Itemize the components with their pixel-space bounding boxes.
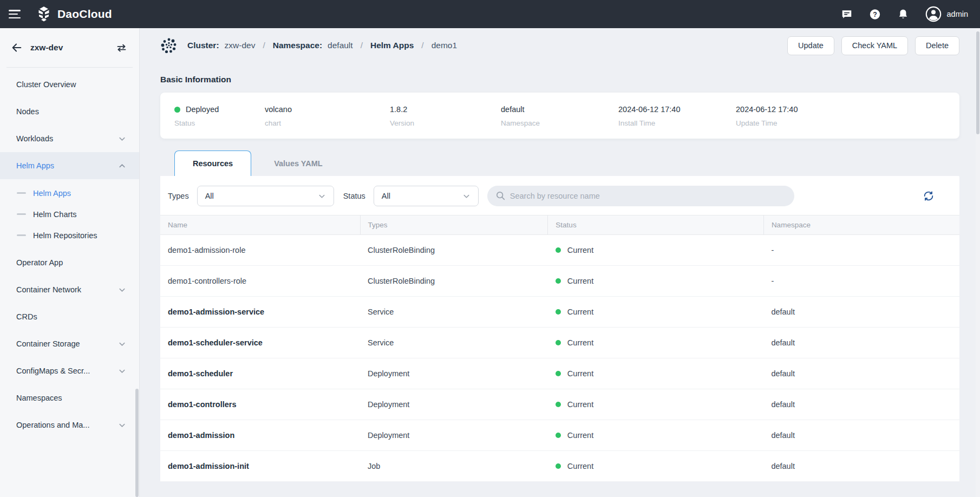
check-yaml-button[interactable]: Check YAML bbox=[841, 36, 908, 55]
status-dot bbox=[556, 402, 561, 407]
delete-button[interactable]: Delete bbox=[915, 36, 959, 55]
basic-info-title: Basic Information bbox=[160, 75, 959, 84]
status-value: Deployed bbox=[186, 105, 219, 114]
status-dot bbox=[556, 247, 561, 253]
breadcrumb-cluster-label: Cluster: bbox=[187, 41, 219, 50]
status-dot bbox=[556, 340, 561, 345]
search-input[interactable] bbox=[487, 186, 794, 206]
sidebar-subitem-helm-repositories[interactable]: Helm Repositories bbox=[0, 225, 139, 246]
app-root: DaoCloud ? admin bbox=[0, 0, 980, 497]
breadcrumb-namespace-label: Namespace: bbox=[273, 41, 322, 50]
sidebar-nav: Cluster Overview Nodes Workloads Helm Ap… bbox=[0, 68, 139, 439]
menu-icon[interactable] bbox=[9, 10, 21, 18]
table-row[interactable]: demo1-admission-init Job Current default bbox=[160, 451, 959, 482]
sidebar-item-workloads[interactable]: Workloads bbox=[0, 125, 139, 152]
col-header-types: Types bbox=[360, 215, 548, 235]
update-time-label: Update Time bbox=[736, 119, 945, 127]
info-field-chart: volcano chart bbox=[265, 105, 390, 127]
help-icon[interactable]: ? bbox=[869, 8, 881, 20]
avatar-icon bbox=[925, 6, 942, 22]
col-header-name: Name bbox=[160, 215, 360, 235]
info-field-install-time: 2024-06-12 17:40 Install Time bbox=[618, 105, 736, 127]
tab-resources[interactable]: Resources bbox=[174, 151, 251, 176]
status-label: Status bbox=[174, 119, 265, 127]
sidebar-item-nodes[interactable]: Nodes bbox=[0, 98, 139, 125]
svg-text:?: ? bbox=[873, 11, 877, 18]
sidebar-scrollbar[interactable] bbox=[135, 389, 139, 497]
namespace-label: Namespace bbox=[501, 119, 618, 127]
sidebar-item-operator-app[interactable]: Operator App bbox=[0, 249, 139, 276]
breadcrumb-cluster-value[interactable]: zxw-dev bbox=[225, 41, 256, 50]
breadcrumb-namespace-value[interactable]: default bbox=[328, 41, 353, 50]
update-button[interactable]: Update bbox=[787, 36, 834, 55]
page-scrollbar[interactable] bbox=[976, 28, 980, 497]
sidebar-header: zxw-dev bbox=[0, 28, 139, 67]
main-content: Cluster: zxw-dev / Namespace: default / … bbox=[140, 28, 980, 497]
info-field-status: Deployed Status bbox=[174, 105, 265, 127]
tab-bar: Resources Values YAML bbox=[160, 151, 959, 176]
resources-table: Name Types Status Namespace demo1-admiss… bbox=[160, 215, 959, 482]
page-actions: Update Check YAML Delete bbox=[787, 36, 959, 55]
filter-row: Types All Status All bbox=[160, 176, 959, 215]
info-field-namespace: default Namespace bbox=[501, 105, 618, 127]
status-dot bbox=[556, 278, 561, 284]
table-row[interactable]: demo1-admission Deployment Current defau… bbox=[160, 420, 959, 451]
chevron-down-icon bbox=[118, 421, 126, 429]
brand-name: DaoCloud bbox=[57, 8, 112, 21]
sidebar-item-configmaps-secrets[interactable]: ConfigMaps & Secr... bbox=[0, 357, 139, 384]
search-box bbox=[487, 186, 794, 206]
username: admin bbox=[947, 10, 969, 18]
topbar-actions: ? admin bbox=[841, 6, 969, 22]
breadcrumb-section[interactable]: Helm Apps bbox=[370, 41, 414, 50]
sidebar-item-container-storage[interactable]: Container Storage bbox=[0, 330, 139, 357]
page-scrollbar-thumb[interactable] bbox=[976, 31, 979, 134]
chevron-down-icon bbox=[318, 192, 326, 200]
sidebar-item-namespaces[interactable]: Namespaces bbox=[0, 384, 139, 411]
cluster-dots-icon bbox=[160, 37, 178, 54]
version-value: 1.8.2 bbox=[390, 105, 501, 114]
chat-icon[interactable] bbox=[841, 8, 853, 20]
version-label: Version bbox=[390, 119, 501, 127]
notifications-bell-icon[interactable] bbox=[897, 8, 909, 20]
chart-label: chart bbox=[265, 119, 390, 127]
dash-icon bbox=[17, 213, 26, 215]
sidebar-item-cluster-overview[interactable]: Cluster Overview bbox=[0, 71, 139, 98]
chevron-down-icon bbox=[118, 367, 126, 375]
chart-value: volcano bbox=[265, 105, 390, 114]
types-select[interactable]: All bbox=[197, 186, 334, 206]
sidebar-item-container-network[interactable]: Container Network bbox=[0, 276, 139, 303]
namespace-value: default bbox=[501, 105, 618, 114]
status-filter-label: Status bbox=[343, 192, 365, 200]
table-row[interactable]: demo1-admission-service Service Current … bbox=[160, 297, 959, 328]
search-icon bbox=[495, 191, 506, 203]
back-arrow-icon[interactable] bbox=[11, 42, 23, 54]
chevron-down-icon bbox=[118, 340, 126, 348]
switch-cluster-icon[interactable] bbox=[115, 42, 127, 54]
sidebar-item-crds[interactable]: CRDs bbox=[0, 303, 139, 330]
breadcrumb: Cluster: zxw-dev / Namespace: default / … bbox=[160, 37, 457, 54]
resources-panel: Types All Status All bbox=[160, 176, 959, 482]
sidebar-item-operations[interactable]: Operations and Ma... bbox=[0, 411, 139, 439]
info-field-version: 1.8.2 Version bbox=[390, 105, 501, 127]
tab-values-yaml[interactable]: Values YAML bbox=[251, 151, 345, 176]
sidebar-subitem-helm-charts[interactable]: Helm Charts bbox=[0, 204, 139, 225]
status-dot bbox=[556, 371, 561, 376]
status-dot bbox=[556, 463, 561, 469]
info-field-update-time: 2024-06-12 17:40 Update Time bbox=[736, 105, 945, 127]
sidebar-subitem-helm-apps[interactable]: Helm Apps bbox=[0, 182, 139, 204]
refresh-icon[interactable] bbox=[923, 190, 935, 202]
status-dot bbox=[174, 107, 180, 113]
status-select[interactable]: All bbox=[374, 186, 479, 206]
status-dot bbox=[556, 309, 561, 315]
sidebar-item-helm-apps[interactable]: Helm Apps bbox=[0, 152, 139, 179]
table-row[interactable]: demo1-admission-role ClusterRoleBinding … bbox=[160, 235, 959, 266]
basic-info-card: Deployed Status volcano chart 1.8.2 Vers… bbox=[160, 93, 959, 139]
user-menu[interactable]: admin bbox=[925, 6, 969, 22]
status-dot bbox=[556, 433, 561, 438]
table-row[interactable]: demo1-controllers-role ClusterRoleBindin… bbox=[160, 266, 959, 297]
table-row[interactable]: demo1-scheduler-service Service Current … bbox=[160, 328, 959, 358]
update-time-value: 2024-06-12 17:40 bbox=[736, 105, 945, 114]
table-row[interactable]: demo1-controllers Deployment Current def… bbox=[160, 389, 959, 420]
table-row[interactable]: demo1-scheduler Deployment Current defau… bbox=[160, 358, 959, 389]
brand[interactable]: DaoCloud bbox=[36, 6, 112, 22]
